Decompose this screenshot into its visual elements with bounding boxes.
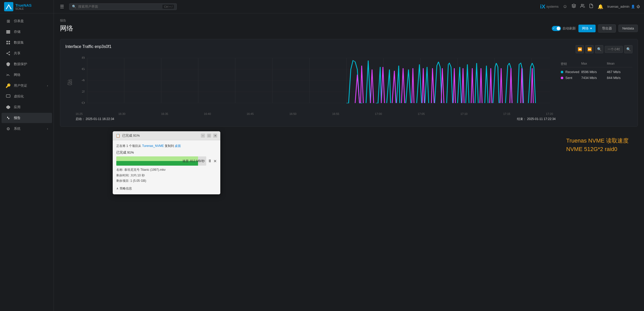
svg-line-9 bbox=[7, 54, 9, 54]
chart-graph: 8 6 4 2 0 Gb/s bbox=[65, 54, 556, 121]
search-bar[interactable]: 🔍 Ctrl + / bbox=[69, 3, 177, 10]
time-label-1655: 16:55 bbox=[332, 112, 339, 115]
time-label-1700: 17:00 bbox=[375, 112, 382, 115]
sidebar-item-storage[interactable]: 存储 bbox=[2, 27, 52, 37]
dialog-copying-text: 正在将 1 个项目从 Turenas_NVME 复制到 桌面 bbox=[116, 144, 217, 148]
svg-point-8 bbox=[9, 54, 10, 55]
person-icon[interactable] bbox=[580, 4, 585, 9]
sidebar-item-apps[interactable]: 应用 bbox=[2, 102, 52, 112]
document-icon[interactable] bbox=[589, 4, 594, 9]
dashboard-icon: ⊞ bbox=[6, 18, 11, 24]
protection-icon bbox=[6, 62, 11, 67]
time-label-1715: 17:15 bbox=[503, 112, 510, 115]
sidebar-item-protection[interactable]: 数据保护 bbox=[2, 59, 52, 69]
sidebar-label-datasets: 数据集 bbox=[14, 40, 24, 45]
remaining-items-row: 剩余项目: 1 (5.05 GB) bbox=[116, 178, 217, 184]
chart-area: 8 6 4 2 0 Gb/s bbox=[65, 54, 632, 121]
svg-marker-13 bbox=[572, 4, 576, 6]
dialog-progress-controls: 速度: 812 MB/秒 ⏸ ✕ bbox=[116, 156, 217, 166]
power-icon[interactable]: ⏻ bbox=[637, 5, 640, 8]
svg-rect-3 bbox=[6, 30, 10, 31]
nvme-annotation: Truenas NVME 读取速度 NVME 512G*2 raid0 bbox=[566, 136, 629, 153]
layers-icon[interactable] bbox=[572, 4, 576, 9]
file-copy-dialog: 📋 已完成 91% − □ ✕ 正在将 1 个项目从 Turenas_NVME … bbox=[113, 131, 220, 194]
sidebar-item-dashboard[interactable]: ⊞ 仪表盘 bbox=[2, 16, 52, 26]
legend-name-sent: Sent bbox=[561, 76, 581, 80]
sidebar-label-credentials: 用户凭证 bbox=[14, 83, 27, 88]
user-info: truenas_admin 👤 ⏻ bbox=[607, 5, 640, 8]
time-label-1705: 17:05 bbox=[418, 112, 425, 115]
username-label: truenas_admin bbox=[607, 5, 629, 8]
user-avatar-icon[interactable]: 👤 bbox=[631, 5, 635, 8]
summary-chevron-icon: ∧ bbox=[116, 187, 119, 190]
legend-name-received: Received bbox=[561, 70, 581, 74]
sent-max: 7434 Mb/s bbox=[581, 76, 607, 80]
nvme-line2: NVME 512G*2 raid0 bbox=[566, 145, 629, 153]
traffic-chart-svg: 8 6 4 2 0 Gb/s bbox=[65, 54, 556, 111]
sidebar-item-reports[interactable]: 报告 bbox=[2, 113, 52, 123]
sidebar-label-virtualization: 虚拟化 bbox=[14, 94, 24, 99]
time-label-1720: 17:20 bbox=[546, 112, 553, 115]
dest-link[interactable]: 桌面 bbox=[175, 144, 181, 148]
source-link[interactable]: Turenas_NVME bbox=[142, 144, 164, 148]
credentials-icon: 🔑 bbox=[6, 83, 11, 88]
sidebar-item-network[interactable]: 网络 bbox=[2, 70, 52, 80]
chart-controls: ⏪ ⏩ 🔍 一个小时 🔍 bbox=[576, 45, 632, 53]
chart-legend: 密钥 Max Mean Received 8596 Mb/s 467 Mb/s bbox=[561, 54, 632, 121]
sidebar-item-virtualization[interactable]: 虚拟化 bbox=[2, 91, 52, 102]
credentials-expand-arrow: › bbox=[47, 84, 48, 87]
cancel-button[interactable]: ✕ bbox=[213, 159, 217, 164]
rewind-button[interactable]: ⏪ bbox=[576, 45, 584, 53]
netdata-button[interactable]: Netdata bbox=[618, 25, 638, 32]
auto-refresh-switch[interactable]: ✓ bbox=[552, 26, 561, 31]
time-label-1630: 16:30 bbox=[118, 112, 126, 115]
pause-button[interactable]: ⏸ bbox=[208, 159, 212, 163]
notification-bell-icon[interactable]: 🔔 bbox=[598, 4, 603, 9]
forward-button[interactable]: ⏩ bbox=[585, 45, 594, 53]
dialog-minimize-button[interactable]: − bbox=[201, 134, 205, 138]
dialog-summary-toggle[interactable]: ∧ 简略信息 bbox=[116, 186, 217, 191]
dropdown-chevron-icon: ▾ bbox=[590, 26, 592, 30]
sidebar-label-dashboard: 仪表盘 bbox=[14, 19, 24, 23]
sidebar: TrueNAS SCALE ⊞ 仪表盘 存储 数据集 共享 bbox=[0, 0, 54, 311]
legend-item-sent: Sent 7434 Mb/s 844 Mb/s bbox=[561, 76, 632, 80]
sidebar-item-datasets[interactable]: 数据集 bbox=[2, 37, 52, 48]
svg-point-6 bbox=[9, 52, 10, 53]
svg-text:2: 2 bbox=[82, 90, 85, 93]
sidebar-label-shares: 共享 bbox=[14, 51, 20, 56]
time-label-1635: 16:35 bbox=[161, 112, 168, 115]
svg-text:6: 6 bbox=[82, 67, 85, 71]
time-label-1645: 16:45 bbox=[247, 112, 254, 115]
auto-refresh-toggle[interactable]: ✓ 自动刷新 bbox=[552, 26, 576, 31]
zoom-in-button[interactable]: 🔍 bbox=[595, 45, 603, 53]
sidebar-item-shares[interactable]: 共享 bbox=[2, 48, 52, 58]
sent-dot bbox=[561, 77, 563, 79]
received-dot bbox=[561, 71, 563, 73]
time-label-1710: 17:10 bbox=[460, 112, 468, 115]
sent-mean: 844 Mb/s bbox=[607, 76, 632, 80]
sidebar-label-system: 系统 bbox=[14, 126, 20, 131]
hamburger-button[interactable]: ☰ bbox=[58, 3, 66, 11]
svg-text:Gb/s: Gb/s bbox=[66, 79, 73, 85]
sidebar-logo: TrueNAS SCALE bbox=[0, 0, 54, 13]
emoticon-icon[interactable]: ☺ bbox=[563, 4, 567, 9]
ix-systems-logo: iX systems bbox=[540, 3, 558, 10]
file-name-row: 名称: 泰坦尼克号 Titanic (1997).mkv bbox=[116, 167, 217, 173]
title-controls: ✓ 自动刷新 网络 ▾ 导出器 Netdata bbox=[552, 24, 638, 33]
chart-start-label: 启动： 2025-01-11 16:22:34 bbox=[76, 117, 114, 121]
export-button[interactable]: 导出器 bbox=[598, 24, 616, 33]
sidebar-label-reports: 报告 bbox=[14, 116, 20, 120]
sidebar-label-protection: 数据保护 bbox=[14, 62, 27, 66]
svg-text:4: 4 bbox=[82, 79, 85, 82]
search-input[interactable] bbox=[78, 5, 160, 8]
svg-rect-5 bbox=[6, 33, 10, 34]
time-label-1640: 16:40 bbox=[204, 112, 211, 115]
sidebar-item-credentials[interactable]: 🔑 用户凭证 › bbox=[2, 81, 52, 91]
dialog-title-text: 已完成 91% bbox=[122, 133, 199, 138]
dialog-maximize-button[interactable]: □ bbox=[207, 134, 211, 138]
network-dropdown-button[interactable]: 网络 ▾ bbox=[578, 25, 596, 32]
dialog-close-button[interactable]: ✕ bbox=[213, 134, 217, 138]
page-content: 报告 网络 ✓ 自动刷新 网络 ▾ 导出器 Netdata bbox=[54, 13, 644, 311]
sidebar-item-system[interactable]: ⚙ 系统 › bbox=[2, 124, 52, 134]
zoom-out-button[interactable]: 🔍 bbox=[624, 45, 632, 53]
